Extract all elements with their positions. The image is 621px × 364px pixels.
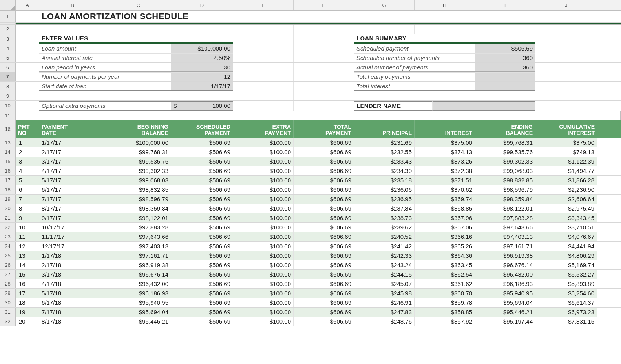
cell-cumulative-interest[interactable]: $1,122.39 bbox=[535, 157, 597, 166]
row-header[interactable]: 25 bbox=[0, 251, 16, 260]
cell-extra-payment[interactable]: $100.00 bbox=[233, 166, 294, 175]
row-header[interactable]: 1 bbox=[0, 11, 16, 22]
cell-total-payment[interactable]: $606.69 bbox=[294, 270, 354, 279]
row-header[interactable]: 13 bbox=[0, 138, 16, 147]
cell-principal[interactable]: $248.76 bbox=[354, 317, 415, 326]
row-header[interactable]: 24 bbox=[0, 242, 16, 251]
loan-summary-value[interactable]: $506.69 bbox=[475, 44, 535, 53]
cell-total-payment[interactable]: $606.69 bbox=[294, 317, 354, 326]
row-header[interactable]: 10 bbox=[0, 101, 16, 111]
cell-principal[interactable]: $244.15 bbox=[354, 270, 415, 279]
cell-cumulative-interest[interactable]: $375.00 bbox=[535, 138, 597, 147]
enter-value-label[interactable]: Loan period in years bbox=[39, 63, 171, 72]
cell-beginning-balance[interactable]: $99,768.31 bbox=[106, 147, 171, 157]
cell-extra-payment[interactable]: $100.00 bbox=[233, 279, 294, 288]
cell-total-payment[interactable]: $606.69 bbox=[294, 166, 354, 175]
cell-beginning-balance[interactable]: $95,940.95 bbox=[106, 298, 171, 307]
cell-interest[interactable]: $367.06 bbox=[415, 223, 475, 232]
row-header[interactable]: 8 bbox=[0, 82, 16, 91]
select-all-corner[interactable] bbox=[0, 0, 16, 10]
cell-total-payment[interactable]: $606.69 bbox=[294, 213, 354, 222]
cell-payment-date[interactable]: 8/17/18 bbox=[39, 317, 106, 326]
cell-payment-date[interactable]: 4/17/18 bbox=[39, 279, 106, 288]
cell-cumulative-interest[interactable]: $4,806.29 bbox=[535, 251, 597, 260]
cell-interest[interactable]: $371.51 bbox=[415, 176, 475, 185]
page-title[interactable]: LOAN AMORTIZATION SCHEDULE bbox=[39, 11, 621, 22]
cell-pmt-no[interactable]: 1 bbox=[16, 138, 39, 147]
cell-cumulative-interest[interactable]: $5,169.74 bbox=[535, 260, 597, 269]
lender-name-value[interactable] bbox=[433, 101, 535, 111]
cell-scheduled-payment[interactable]: $506.69 bbox=[171, 289, 233, 298]
cell-cumulative-interest[interactable]: $2,606.64 bbox=[535, 195, 597, 204]
row-header[interactable]: 21 bbox=[0, 213, 16, 222]
row-header[interactable]: 18 bbox=[0, 185, 16, 194]
cell-total-payment[interactable]: $606.69 bbox=[294, 289, 354, 298]
column-header-D[interactable]: D bbox=[171, 0, 233, 10]
enter-values-heading[interactable]: ENTER VALUES bbox=[39, 34, 233, 44]
cell-total-payment[interactable]: $606.69 bbox=[294, 232, 354, 241]
cell-total-payment[interactable]: $606.69 bbox=[294, 185, 354, 194]
cell-pmt-no[interactable]: 18 bbox=[16, 298, 39, 307]
cell-scheduled-payment[interactable]: $506.69 bbox=[171, 176, 233, 185]
column-header-B[interactable]: B bbox=[39, 0, 106, 10]
cell-extra-payment[interactable]: $100.00 bbox=[233, 317, 294, 326]
cell-beginning-balance[interactable]: $98,122.01 bbox=[106, 213, 171, 222]
cell-ending-balance[interactable]: $96,676.14 bbox=[475, 260, 535, 269]
cell-cumulative-interest[interactable]: $7,331.15 bbox=[535, 317, 597, 326]
column-header-A[interactable]: A bbox=[16, 0, 39, 10]
cell-payment-date[interactable]: 4/17/17 bbox=[39, 166, 106, 175]
cell-interest[interactable]: $373.26 bbox=[415, 157, 475, 166]
extra-payments-label[interactable]: Optional extra payments bbox=[39, 101, 171, 111]
cell-beginning-balance[interactable]: $97,403.13 bbox=[106, 242, 171, 251]
column-header-F[interactable]: F bbox=[294, 0, 354, 10]
column-header-J[interactable]: J bbox=[535, 0, 597, 10]
row-header[interactable]: 7 bbox=[0, 72, 16, 81]
cell-ending-balance[interactable]: $97,883.28 bbox=[475, 213, 535, 222]
extra-payments-value[interactable]: $ 100.00 bbox=[171, 101, 233, 111]
cell-cumulative-interest[interactable]: $1,494.77 bbox=[535, 166, 597, 175]
enter-value-value[interactable]: 30 bbox=[171, 63, 233, 72]
cell-payment-date[interactable]: 7/17/17 bbox=[39, 195, 106, 204]
enter-value-value[interactable]: 4.50% bbox=[171, 53, 233, 62]
cell-total-payment[interactable]: $606.69 bbox=[294, 298, 354, 307]
cell-A1[interactable] bbox=[16, 11, 39, 22]
cell-pmt-no[interactable]: 6 bbox=[16, 185, 39, 194]
row-header[interactable]: 19 bbox=[0, 195, 16, 204]
row-header[interactable]: 2 bbox=[0, 25, 16, 34]
row-header[interactable]: 30 bbox=[0, 298, 16, 307]
cell-interest[interactable]: $364.36 bbox=[415, 251, 475, 260]
cell-beginning-balance[interactable]: $97,161.71 bbox=[106, 251, 171, 260]
cell-principal[interactable]: $232.55 bbox=[354, 147, 415, 157]
enter-value-label[interactable]: Annual interest rate bbox=[39, 53, 171, 62]
cell-beginning-balance[interactable]: $96,432.00 bbox=[106, 279, 171, 288]
cell-principal[interactable]: $239.62 bbox=[354, 223, 415, 232]
cell-beginning-balance[interactable]: $99,302.33 bbox=[106, 166, 171, 175]
cell-pmt-no[interactable]: 4 bbox=[16, 166, 39, 175]
row-header[interactable]: 22 bbox=[0, 223, 16, 232]
cell-principal[interactable]: $240.52 bbox=[354, 232, 415, 241]
cell-beginning-balance[interactable]: $98,596.79 bbox=[106, 195, 171, 204]
cell-extra-payment[interactable]: $100.00 bbox=[233, 195, 294, 204]
row-header[interactable]: 4 bbox=[0, 44, 16, 53]
cell-principal[interactable]: $238.73 bbox=[354, 213, 415, 222]
cell-scheduled-payment[interactable]: $506.69 bbox=[171, 317, 233, 326]
loan-summary-label[interactable]: Scheduled payment bbox=[354, 44, 475, 53]
cell-total-payment[interactable]: $606.69 bbox=[294, 251, 354, 260]
cell-ending-balance[interactable]: $95,446.21 bbox=[475, 308, 535, 317]
cell-total-payment[interactable]: $606.69 bbox=[294, 157, 354, 166]
cell-total-payment[interactable]: $606.69 bbox=[294, 195, 354, 204]
cell-payment-date[interactable]: 1/17/17 bbox=[39, 138, 106, 147]
cell-ending-balance[interactable]: $98,596.79 bbox=[475, 185, 535, 194]
cell-cumulative-interest[interactable]: $4,441.94 bbox=[535, 242, 597, 251]
cell-pmt-no[interactable]: 12 bbox=[16, 242, 39, 251]
cell-scheduled-payment[interactable]: $506.69 bbox=[171, 251, 233, 260]
cell-payment-date[interactable]: 5/17/17 bbox=[39, 176, 106, 185]
cell-ending-balance[interactable]: $99,768.31 bbox=[475, 138, 535, 147]
column-header-E[interactable]: E bbox=[233, 0, 294, 10]
cell-interest[interactable]: $362.54 bbox=[415, 270, 475, 279]
cell-pmt-no[interactable]: 7 bbox=[16, 195, 39, 204]
cell-principal[interactable]: $233.43 bbox=[354, 157, 415, 166]
row-header[interactable]: 16 bbox=[0, 166, 16, 175]
cell-principal[interactable]: $245.98 bbox=[354, 289, 415, 298]
cell-payment-date[interactable]: 8/17/17 bbox=[39, 204, 106, 213]
